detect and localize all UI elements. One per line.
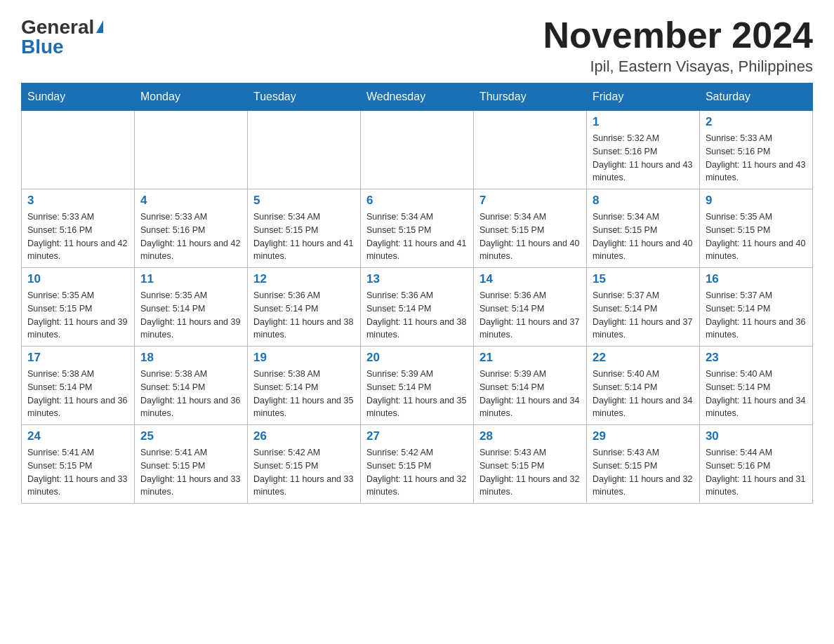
day-number: 2 bbox=[706, 115, 807, 129]
day-info: Sunrise: 5:35 AMSunset: 5:15 PMDaylight:… bbox=[706, 210, 807, 263]
day-number: 20 bbox=[366, 351, 468, 365]
week-row-3: 10Sunrise: 5:35 AMSunset: 5:15 PMDayligh… bbox=[22, 268, 813, 347]
day-cell: 25Sunrise: 5:41 AMSunset: 5:15 PMDayligh… bbox=[134, 425, 247, 504]
day-cell: 12Sunrise: 5:36 AMSunset: 5:14 PMDayligh… bbox=[247, 268, 360, 347]
day-number: 23 bbox=[706, 351, 807, 365]
day-number: 16 bbox=[706, 272, 807, 286]
header-monday: Monday bbox=[134, 83, 247, 111]
day-info: Sunrise: 5:35 AMSunset: 5:15 PMDaylight:… bbox=[27, 289, 128, 342]
day-cell: 4Sunrise: 5:33 AMSunset: 5:16 PMDaylight… bbox=[134, 189, 247, 268]
day-number: 8 bbox=[593, 194, 694, 208]
day-info: Sunrise: 5:36 AMSunset: 5:14 PMDaylight:… bbox=[366, 289, 468, 342]
logo-blue-text: Blue bbox=[21, 37, 64, 57]
day-info: Sunrise: 5:42 AMSunset: 5:15 PMDaylight:… bbox=[253, 446, 355, 499]
header-friday: Friday bbox=[586, 83, 699, 111]
day-info: Sunrise: 5:38 AMSunset: 5:14 PMDaylight:… bbox=[27, 368, 128, 420]
day-cell: 17Sunrise: 5:38 AMSunset: 5:14 PMDayligh… bbox=[22, 347, 135, 425]
header-sunday: Sunday bbox=[22, 83, 135, 111]
day-cell: 10Sunrise: 5:35 AMSunset: 5:15 PMDayligh… bbox=[22, 268, 135, 347]
day-cell: 18Sunrise: 5:38 AMSunset: 5:14 PMDayligh… bbox=[134, 347, 247, 425]
page-header: General Blue November 2024 Ipil, Eastern… bbox=[21, 14, 813, 76]
calendar-table: Sunday Monday Tuesday Wednesday Thursday… bbox=[21, 83, 813, 504]
day-number: 6 bbox=[366, 194, 468, 208]
day-cell: 7Sunrise: 5:34 AMSunset: 5:15 PMDaylight… bbox=[473, 189, 586, 268]
day-cell: 2Sunrise: 5:33 AMSunset: 5:16 PMDaylight… bbox=[699, 111, 812, 189]
day-info: Sunrise: 5:32 AMSunset: 5:16 PMDaylight:… bbox=[593, 132, 694, 185]
day-number: 26 bbox=[253, 429, 355, 443]
day-cell bbox=[22, 111, 135, 189]
day-cell: 24Sunrise: 5:41 AMSunset: 5:15 PMDayligh… bbox=[22, 425, 135, 504]
day-number: 15 bbox=[593, 272, 694, 286]
logo: General Blue bbox=[21, 14, 103, 57]
day-info: Sunrise: 5:33 AMSunset: 5:16 PMDaylight:… bbox=[27, 210, 128, 263]
day-number: 29 bbox=[593, 429, 694, 443]
day-info: Sunrise: 5:36 AMSunset: 5:14 PMDaylight:… bbox=[253, 289, 355, 342]
day-number: 9 bbox=[706, 194, 807, 208]
day-cell: 22Sunrise: 5:40 AMSunset: 5:14 PMDayligh… bbox=[586, 347, 699, 425]
day-number: 11 bbox=[140, 272, 241, 286]
day-number: 17 bbox=[27, 351, 128, 365]
day-info: Sunrise: 5:39 AMSunset: 5:14 PMDaylight:… bbox=[479, 368, 581, 420]
day-cell: 30Sunrise: 5:44 AMSunset: 5:16 PMDayligh… bbox=[699, 425, 812, 504]
day-info: Sunrise: 5:39 AMSunset: 5:14 PMDaylight:… bbox=[366, 368, 468, 420]
location-text: Ipil, Eastern Visayas, Philippines bbox=[543, 58, 813, 76]
day-info: Sunrise: 5:34 AMSunset: 5:15 PMDaylight:… bbox=[479, 210, 581, 263]
day-cell: 16Sunrise: 5:37 AMSunset: 5:14 PMDayligh… bbox=[699, 268, 812, 347]
day-number: 7 bbox=[479, 194, 581, 208]
day-cell: 29Sunrise: 5:43 AMSunset: 5:15 PMDayligh… bbox=[586, 425, 699, 504]
day-info: Sunrise: 5:43 AMSunset: 5:15 PMDaylight:… bbox=[479, 446, 581, 499]
day-info: Sunrise: 5:33 AMSunset: 5:16 PMDaylight:… bbox=[140, 210, 241, 263]
header-saturday: Saturday bbox=[699, 83, 812, 111]
day-info: Sunrise: 5:43 AMSunset: 5:15 PMDaylight:… bbox=[593, 446, 694, 499]
day-cell: 13Sunrise: 5:36 AMSunset: 5:14 PMDayligh… bbox=[360, 268, 473, 347]
day-cell: 27Sunrise: 5:42 AMSunset: 5:15 PMDayligh… bbox=[360, 425, 473, 504]
day-info: Sunrise: 5:38 AMSunset: 5:14 PMDaylight:… bbox=[253, 368, 355, 420]
day-info: Sunrise: 5:41 AMSunset: 5:15 PMDaylight:… bbox=[140, 446, 241, 499]
day-number: 14 bbox=[479, 272, 581, 286]
day-info: Sunrise: 5:37 AMSunset: 5:14 PMDaylight:… bbox=[593, 289, 694, 342]
day-info: Sunrise: 5:34 AMSunset: 5:15 PMDaylight:… bbox=[593, 210, 694, 263]
day-number: 30 bbox=[706, 429, 807, 443]
day-number: 13 bbox=[366, 272, 468, 286]
day-cell: 19Sunrise: 5:38 AMSunset: 5:14 PMDayligh… bbox=[247, 347, 360, 425]
day-cell: 5Sunrise: 5:34 AMSunset: 5:15 PMDaylight… bbox=[247, 189, 360, 268]
day-cell: 21Sunrise: 5:39 AMSunset: 5:14 PMDayligh… bbox=[473, 347, 586, 425]
day-cell: 15Sunrise: 5:37 AMSunset: 5:14 PMDayligh… bbox=[586, 268, 699, 347]
header-wednesday: Wednesday bbox=[360, 83, 473, 111]
logo-triangle-icon bbox=[96, 20, 103, 33]
day-number: 4 bbox=[140, 194, 241, 208]
day-cell: 20Sunrise: 5:39 AMSunset: 5:14 PMDayligh… bbox=[360, 347, 473, 425]
day-cell bbox=[360, 111, 473, 189]
month-title: November 2024 bbox=[543, 14, 813, 56]
day-cell: 8Sunrise: 5:34 AMSunset: 5:15 PMDaylight… bbox=[586, 189, 699, 268]
day-cell: 28Sunrise: 5:43 AMSunset: 5:15 PMDayligh… bbox=[473, 425, 586, 504]
day-cell: 26Sunrise: 5:42 AMSunset: 5:15 PMDayligh… bbox=[247, 425, 360, 504]
day-info: Sunrise: 5:37 AMSunset: 5:14 PMDaylight:… bbox=[706, 289, 807, 342]
day-info: Sunrise: 5:40 AMSunset: 5:14 PMDaylight:… bbox=[706, 368, 807, 420]
day-number: 21 bbox=[479, 351, 581, 365]
day-info: Sunrise: 5:34 AMSunset: 5:15 PMDaylight:… bbox=[253, 210, 355, 263]
day-cell: 6Sunrise: 5:34 AMSunset: 5:15 PMDaylight… bbox=[360, 189, 473, 268]
logo-general-text: General bbox=[21, 18, 94, 37]
day-number: 1 bbox=[593, 115, 694, 129]
day-cell: 9Sunrise: 5:35 AMSunset: 5:15 PMDaylight… bbox=[699, 189, 812, 268]
day-cell: 3Sunrise: 5:33 AMSunset: 5:16 PMDaylight… bbox=[22, 189, 135, 268]
week-row-2: 3Sunrise: 5:33 AMSunset: 5:16 PMDaylight… bbox=[22, 189, 813, 268]
day-info: Sunrise: 5:41 AMSunset: 5:15 PMDaylight:… bbox=[27, 446, 128, 499]
day-number: 12 bbox=[253, 272, 355, 286]
day-cell: 14Sunrise: 5:36 AMSunset: 5:14 PMDayligh… bbox=[473, 268, 586, 347]
day-number: 19 bbox=[253, 351, 355, 365]
day-cell bbox=[473, 111, 586, 189]
day-info: Sunrise: 5:40 AMSunset: 5:14 PMDaylight:… bbox=[593, 368, 694, 420]
week-row-4: 17Sunrise: 5:38 AMSunset: 5:14 PMDayligh… bbox=[22, 347, 813, 425]
header-thursday: Thursday bbox=[473, 83, 586, 111]
day-number: 18 bbox=[140, 351, 241, 365]
day-number: 3 bbox=[27, 194, 128, 208]
day-cell: 11Sunrise: 5:35 AMSunset: 5:14 PMDayligh… bbox=[134, 268, 247, 347]
day-info: Sunrise: 5:38 AMSunset: 5:14 PMDaylight:… bbox=[140, 368, 241, 420]
day-info: Sunrise: 5:44 AMSunset: 5:16 PMDaylight:… bbox=[706, 446, 807, 499]
day-info: Sunrise: 5:35 AMSunset: 5:14 PMDaylight:… bbox=[140, 289, 241, 342]
day-number: 27 bbox=[366, 429, 468, 443]
title-area: November 2024 Ipil, Eastern Visayas, Phi… bbox=[543, 14, 813, 76]
day-number: 10 bbox=[27, 272, 128, 286]
